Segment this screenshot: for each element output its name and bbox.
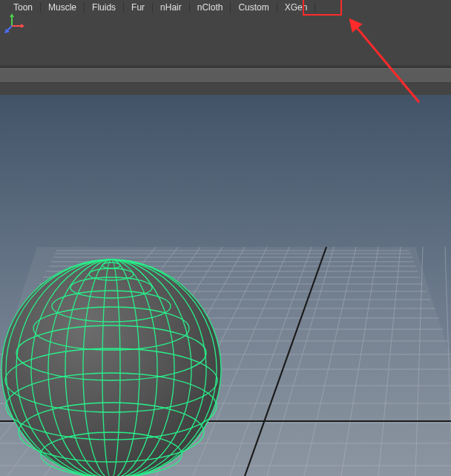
- menu-fur[interactable]: Fur: [124, 0, 152, 15]
- axis-indicator-bar: [0, 15, 451, 34]
- axis-gizmo-icon: [3, 13, 25, 35]
- panel-header-strip: [0, 68, 451, 83]
- svg-point-45: [1, 260, 221, 476]
- sphere-object[interactable]: [1, 260, 221, 476]
- menu-ncloth[interactable]: nCloth: [190, 0, 231, 15]
- svg-marker-5: [21, 24, 24, 28]
- menu-fluids[interactable]: Fluids: [85, 0, 123, 15]
- perspective-viewport[interactable]: [0, 95, 451, 476]
- viewport-scene-icon: [0, 95, 451, 476]
- menu-separator: [315, 2, 315, 13]
- menu-xgen[interactable]: XGen: [277, 0, 315, 15]
- toolbar-gap: [0, 83, 451, 95]
- menu-muscle[interactable]: Muscle: [41, 0, 84, 15]
- menu-nhair[interactable]: nHair: [153, 0, 189, 15]
- menu-custom[interactable]: Custom: [231, 0, 276, 15]
- svg-marker-4: [10, 13, 14, 17]
- shelf-menubar: Toon Muscle Fluids Fur nHair nCloth Cust…: [0, 0, 451, 15]
- toolbar-gap: [0, 34, 451, 65]
